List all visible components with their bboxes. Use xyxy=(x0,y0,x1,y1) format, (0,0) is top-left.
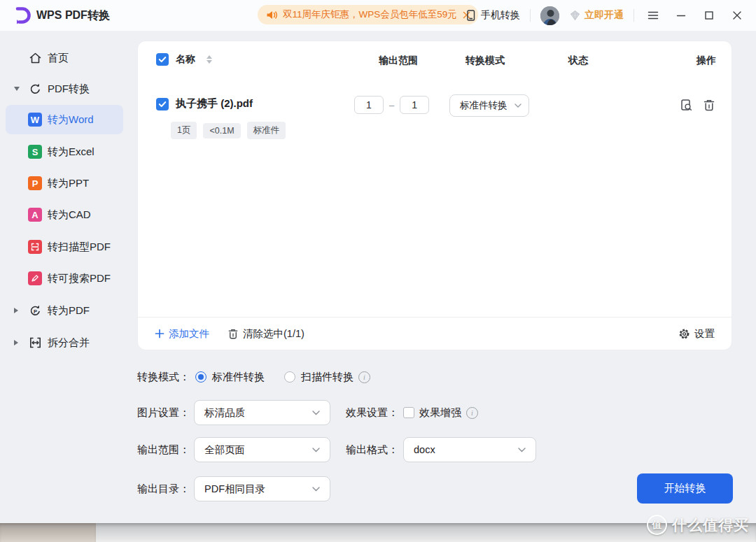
output-range-select[interactable]: 全部页面 xyxy=(194,437,330,462)
to-pdf-icon: P xyxy=(28,304,42,318)
delete-row-icon[interactable] xyxy=(703,99,715,112)
divider xyxy=(634,9,634,22)
tag-type: 标准件 xyxy=(247,122,286,139)
chevron-down-icon xyxy=(518,448,526,452)
watermark: 值 什么值得买 xyxy=(647,515,749,535)
output-range-value: 全部页面 xyxy=(204,443,312,457)
sidebar-item-to-word[interactable]: W 转为Word xyxy=(6,105,123,134)
ppt-badge-icon: P xyxy=(28,176,42,190)
speaker-icon xyxy=(266,10,278,20)
phone-convert-button[interactable]: 手机转换 xyxy=(465,9,520,22)
sidebar-group-split-merge[interactable]: 拆分合并 xyxy=(0,328,137,357)
sidebar-item-label: 转为PPT xyxy=(48,177,89,190)
sidebar-item-to-searchable-pdf[interactable]: 转可搜索PDF xyxy=(0,264,137,293)
user-avatar[interactable] xyxy=(540,6,559,25)
desktop-strip-left xyxy=(0,523,96,542)
sidebar-group-label: PDF转换 xyxy=(48,83,90,96)
sidebar-item-to-scanned-pdf[interactable]: 转扫描型PDF xyxy=(0,232,137,262)
chevron-right-icon xyxy=(14,308,18,313)
trash-icon xyxy=(227,328,239,340)
split-merge-icon xyxy=(28,336,42,350)
divider xyxy=(530,9,531,22)
desktop-strip xyxy=(0,523,756,542)
scan-mode-info-icon[interactable]: i xyxy=(358,371,370,383)
pdf-convert-icon xyxy=(28,82,42,96)
start-convert-button[interactable]: 开始转换 xyxy=(637,473,733,504)
minimize-button[interactable] xyxy=(672,6,690,24)
image-quality-label: 图片设置： xyxy=(137,406,190,420)
output-directory-value: PDF相同目录 xyxy=(204,483,312,496)
chevron-down-icon xyxy=(312,487,320,492)
scan-mode-label[interactable]: 扫描件转换 xyxy=(301,371,354,384)
sidebar-item-to-cad[interactable]: A 转为CAD xyxy=(0,200,137,229)
row-actions xyxy=(680,99,715,112)
chevron-down-icon xyxy=(312,411,320,415)
tag-size: <0.1M xyxy=(203,123,240,138)
table-header-name: 名称 xyxy=(156,53,212,66)
effect-enhance-label[interactable]: 效果增强 xyxy=(419,406,461,420)
maximize-button[interactable] xyxy=(700,6,718,24)
sidebar-item-to-excel[interactable]: S 转为Excel xyxy=(0,137,137,166)
standard-mode-label[interactable]: 标准件转换 xyxy=(212,371,265,384)
output-format-select[interactable]: docx xyxy=(403,437,536,462)
output-directory-label: 输出目录： xyxy=(137,483,190,496)
minimize-icon xyxy=(676,10,686,20)
clear-selected-button[interactable]: 清除选中(1/1) xyxy=(227,327,304,341)
preview-file-icon[interactable] xyxy=(680,99,693,112)
menu-button[interactable] xyxy=(644,6,662,24)
watermark-badge: 值 xyxy=(647,515,667,535)
word-badge-icon: W xyxy=(28,113,42,127)
avatar-image xyxy=(540,6,559,25)
page-range-cell: – xyxy=(354,96,429,114)
page-to-input[interactable] xyxy=(400,96,429,114)
column-header-action: 操作 xyxy=(696,55,716,67)
chevron-right-icon xyxy=(14,340,18,345)
range-dash: – xyxy=(389,100,394,110)
file-name-cell: 执子携手 (2).pdf xyxy=(156,97,253,110)
sidebar-group-pdf-convert[interactable]: PDF转换 xyxy=(0,74,137,104)
sidebar-item-home[interactable]: 首页 xyxy=(0,43,137,73)
effect-label: 效果设置： xyxy=(346,406,398,420)
watermark-text: 什么值得买 xyxy=(672,515,749,535)
image-quality-select[interactable]: 标清品质 xyxy=(194,400,330,425)
titlebar-right-controls: 手机转换 立即开通 xyxy=(465,0,746,31)
close-button[interactable] xyxy=(728,6,746,24)
excel-badge-icon: S xyxy=(28,145,42,159)
mode-label: 转换模式： xyxy=(137,371,190,384)
add-file-label: 添加文件 xyxy=(169,327,209,341)
page-from-input[interactable] xyxy=(354,96,384,114)
standard-mode-radio[interactable] xyxy=(195,371,206,383)
sidebar-item-label: 转为Excel xyxy=(48,145,94,159)
row-checkbox[interactable] xyxy=(156,98,169,110)
effect-enhance-checkbox[interactable] xyxy=(403,407,414,418)
sidebar-item-label: 转可搜索PDF xyxy=(48,272,111,285)
chevron-down-icon xyxy=(514,104,522,108)
chevron-down-icon xyxy=(312,448,320,452)
file-name: 执子携手 (2).pdf xyxy=(176,97,253,110)
sidebar-group-to-pdf[interactable]: P 转为PDF xyxy=(0,296,137,325)
output-directory-select[interactable]: PDF相同目录 xyxy=(194,476,330,501)
add-file-button[interactable]: 添加文件 xyxy=(155,327,209,341)
title-bar: WPS PDF转换 双11周年庆钜惠，WPS会员包年低至59元 手机转换 xyxy=(0,0,756,31)
sidebar-item-label: 首页 xyxy=(48,52,69,65)
row-mode-select[interactable]: 标准件转换 xyxy=(449,94,529,117)
output-directory-row: 输出目录： PDF相同目录 xyxy=(137,476,330,501)
searchable-pdf-badge-icon xyxy=(28,271,42,285)
effect-enhance-info-icon[interactable]: i xyxy=(466,407,478,419)
scan-mode-radio[interactable] xyxy=(284,371,295,383)
sidebar-item-to-ppt[interactable]: P 转为PPT xyxy=(0,169,137,198)
chevron-down-icon xyxy=(14,87,20,91)
sidebar-item-label: 转为Word xyxy=(48,113,94,127)
conversion-mode-row: 转换模式： 标准件转换 扫描件转换 i xyxy=(137,369,370,385)
hamburger-icon xyxy=(648,10,659,20)
plus-icon xyxy=(155,329,164,338)
sidebar: 首页 PDF转换 W 转为Word S 转为Excel P 转为PPT A 转为… xyxy=(0,31,137,523)
promo-banner[interactable]: 双11周年庆钜惠，WPS会员包年低至59元 xyxy=(258,5,478,24)
sidebar-item-label: 转扫描型PDF xyxy=(48,241,111,254)
phone-convert-label: 手机转换 xyxy=(481,9,520,22)
upgrade-vip-button[interactable]: 立即开通 xyxy=(569,9,624,22)
settings-button[interactable]: 设置 xyxy=(678,327,715,341)
sort-icon[interactable] xyxy=(206,55,212,64)
select-all-checkbox[interactable] xyxy=(156,53,169,66)
app-title: WPS PDF转换 xyxy=(36,8,110,23)
